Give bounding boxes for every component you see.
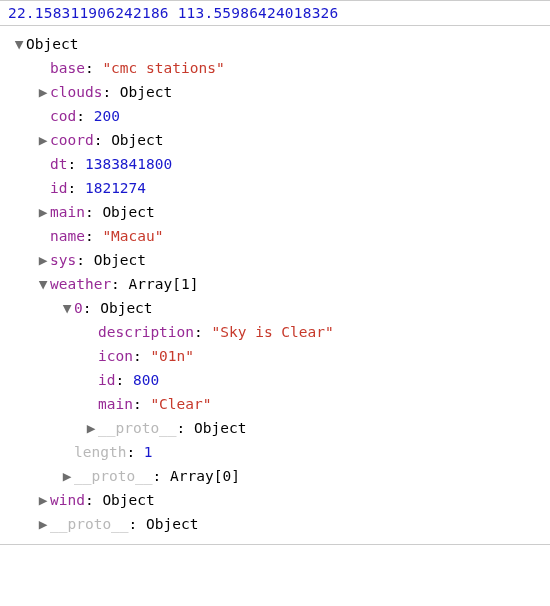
expand-right-icon[interactable]: ▶: [60, 464, 74, 488]
object-tree: ▼Object base: "cmc stations" ▶clouds: Ob…: [0, 26, 550, 545]
expand-right-icon[interactable]: ▶: [36, 488, 50, 512]
property-name[interactable]: name: "Macau": [8, 224, 542, 248]
property-length[interactable]: length: 1: [8, 440, 542, 464]
property-proto[interactable]: ▶__proto__: Object: [8, 512, 542, 536]
longitude: 113.55986424018326: [178, 5, 339, 21]
property-clouds[interactable]: ▶clouds: Object: [8, 80, 542, 104]
expand-down-icon[interactable]: ▼: [12, 32, 26, 56]
root-object[interactable]: ▼Object: [8, 32, 542, 56]
property-coord[interactable]: ▶coord: Object: [8, 128, 542, 152]
weather-item-0[interactable]: ▼0: Object: [8, 296, 542, 320]
expand-right-icon[interactable]: ▶: [84, 416, 98, 440]
expand-right-icon[interactable]: ▶: [36, 512, 50, 536]
log-header: 22.158311906242186 113.55986424018326: [0, 0, 550, 26]
expand-right-icon[interactable]: ▶: [36, 128, 50, 152]
expand-right-icon[interactable]: ▶: [36, 80, 50, 104]
property-icon[interactable]: icon: "01n": [8, 344, 542, 368]
property-dt[interactable]: dt: 1383841800: [8, 152, 542, 176]
latitude: 22.158311906242186: [8, 5, 169, 21]
root-label: Object: [26, 36, 78, 52]
expand-right-icon[interactable]: ▶: [36, 248, 50, 272]
property-cod[interactable]: cod: 200: [8, 104, 542, 128]
expand-down-icon[interactable]: ▼: [36, 272, 50, 296]
expand-down-icon[interactable]: ▼: [60, 296, 74, 320]
property-weather[interactable]: ▼weather: Array[1]: [8, 272, 542, 296]
property-weather-proto[interactable]: ▶__proto__: Object: [8, 416, 542, 440]
property-sys[interactable]: ▶sys: Object: [8, 248, 542, 272]
property-description[interactable]: description: "Sky is Clear": [8, 320, 542, 344]
property-array-proto[interactable]: ▶__proto__: Array[0]: [8, 464, 542, 488]
property-id[interactable]: id: 1821274: [8, 176, 542, 200]
property-base[interactable]: base: "cmc stations": [8, 56, 542, 80]
property-weather-id[interactable]: id: 800: [8, 368, 542, 392]
property-weather-main[interactable]: main: "Clear": [8, 392, 542, 416]
expand-right-icon[interactable]: ▶: [36, 200, 50, 224]
property-main[interactable]: ▶main: Object: [8, 200, 542, 224]
property-wind[interactable]: ▶wind: Object: [8, 488, 542, 512]
